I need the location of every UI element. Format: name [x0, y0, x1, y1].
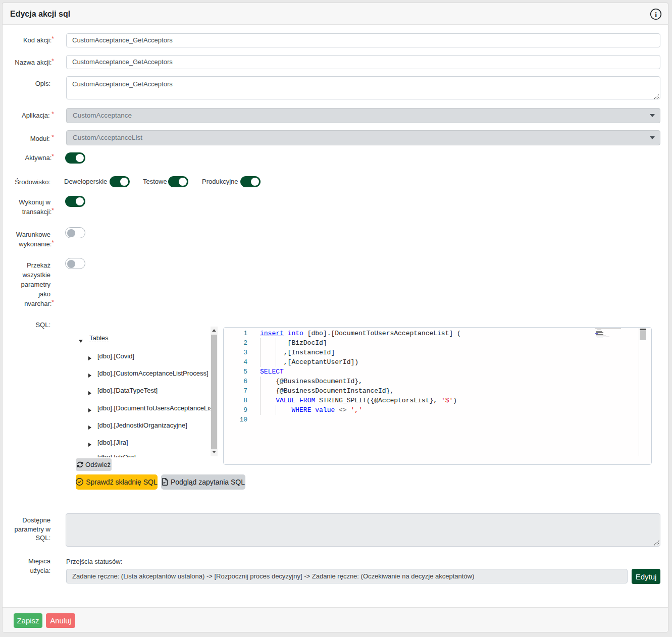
svg-text:i: i — [655, 11, 657, 19]
